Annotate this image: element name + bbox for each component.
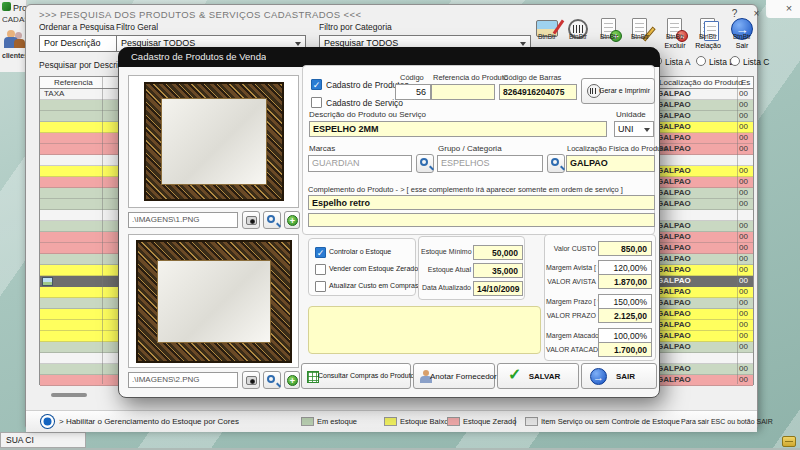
legend-label: Em estoque [317, 417, 357, 426]
zoom-image-button[interactable] [263, 211, 281, 229]
stock-field-value[interactable]: 50,000 [473, 245, 523, 260]
product-photo-2 [128, 234, 299, 368]
product-photo-1 [128, 75, 299, 208]
complemento-field-2[interactable] [308, 213, 655, 227]
column-referencia[interactable]: Referencia [54, 78, 93, 87]
radio-label: Lista C [743, 57, 769, 67]
stock-field-value[interactable]: 35,000 [473, 263, 523, 278]
stock-checkbox-2[interactable] [315, 281, 326, 292]
screen: Pro CADAS clientes SUA CI × >>> PESQUISA… [0, 0, 800, 450]
selected-row-image-icon [42, 277, 53, 286]
plus-icon: + [287, 215, 298, 226]
stock-field-label: Estoque Atual [421, 266, 471, 273]
price-value[interactable]: 850,00 [598, 241, 652, 256]
button-caption: BtnBtr [726, 33, 758, 40]
radio-icon [696, 56, 706, 66]
dialog-titlebar[interactable]: Cadastro de Produtos de Venda [118, 47, 660, 67]
marcas-field[interactable]: GUARDIAN [308, 155, 412, 172]
price-label: Margem Avista [ % ] [546, 264, 596, 271]
product-dialog: Cadastro de Produtos de Venda .\IMAGENS\… [118, 47, 660, 398]
anotar-fornecedor-button[interactable]: Anotar Fornecedor [413, 363, 495, 389]
chevron-down-icon [644, 128, 650, 132]
column-estoque[interactable]: Es [741, 78, 750, 87]
stock-field-value[interactable]: 14/10/2009 [473, 281, 523, 296]
localizacao-field[interactable]: GALPAO [566, 155, 655, 172]
price-value[interactable]: 2.125,00 [598, 308, 652, 323]
magnifier-icon [420, 158, 428, 166]
background-app-window: Pro CADAS clientes [0, 0, 27, 72]
price-label: Margem Prazo [ % ] [546, 298, 596, 305]
price-value[interactable]: 100,00% [598, 328, 652, 343]
stock-checkbox-label: Controlar o Estoque [329, 248, 391, 255]
order-filter-label: Ordenar a Pesquisa [39, 22, 115, 32]
clients-icon[interactable] [4, 30, 26, 50]
stock-field-label: Estoque Mínimo [421, 248, 471, 255]
horizontal-scrollbar-thumb[interactable] [51, 393, 87, 397]
referencia-label: Referencia do Produto [433, 73, 508, 82]
legend-swatch [384, 417, 397, 426]
descricao-field[interactable]: ESPELHO 2MM [309, 121, 607, 137]
sair-button[interactable]: →SAIR [581, 363, 657, 389]
stock-checkbox-0[interactable]: ✓ [315, 247, 326, 258]
cadastro-servico-checkbox[interactable] [311, 97, 322, 108]
column-localizacao[interactable]: Localização do Produto [659, 78, 743, 87]
mirror-frame-image [144, 82, 284, 201]
unidade-label: Unidade [616, 110, 646, 119]
legend-label: Item Serviço ou sem Controle de Estoque [541, 417, 680, 426]
codigo-label: Código [400, 73, 424, 82]
unidade-dropdown[interactable]: UNI [614, 121, 654, 137]
camera-button[interactable] [242, 211, 260, 229]
add-image-button[interactable]: + [284, 211, 300, 229]
zoom-image-button[interactable] [263, 371, 281, 389]
button-label: Relação [689, 42, 727, 49]
general-filter-label: Filtro Geral [116, 22, 158, 32]
notes-box[interactable] [308, 306, 541, 354]
gerar-imprimir-button[interactable]: Gerar e Imprimir [581, 78, 655, 104]
radio-icon [730, 56, 740, 66]
referencia-field[interactable] [431, 84, 495, 100]
price-label: VALOR ATACADO [546, 346, 596, 353]
radio-lista-c[interactable]: Lista C [730, 56, 774, 68]
exit-hint: Para sair ESC ou botão SAIR [681, 418, 773, 425]
cadastro-produtos-checkbox[interactable]: ✓ [311, 79, 322, 90]
complemento-field[interactable]: Espelho retro [308, 195, 655, 210]
add-image-button[interactable]: + [284, 371, 300, 389]
legend-label: Estoque Baixo [400, 417, 448, 426]
radio-label: Lista A [665, 57, 691, 67]
magnifier-icon [551, 158, 559, 166]
cadastro-servico-label: Cadastro de Serviço [326, 98, 403, 108]
camera-button[interactable] [242, 371, 260, 389]
stock-checkbox-label: Atualizar Custo em Compras [329, 282, 418, 289]
grupo-field[interactable]: ESPELHOS [437, 155, 543, 172]
price-value[interactable]: 150,00% [598, 294, 652, 309]
legend-separator: | [514, 416, 516, 426]
price-label: Margem Atacado [ % ] [546, 332, 596, 339]
price-label: VALOR AVISTA [546, 278, 596, 285]
image-path-field-2[interactable]: .\IMAGENS\2.PNG [128, 372, 238, 388]
complemento-label: Complemento do Produto - > [ esse comple… [308, 185, 623, 194]
legend-swatch [301, 417, 314, 426]
stock-checkbox-label: Vender com Estoque Zerado [329, 265, 418, 272]
barras-field[interactable]: 8264916204075 [499, 84, 577, 100]
localizacao-label: Localização Física do Produto [567, 144, 667, 153]
marcas-search-button[interactable] [416, 154, 434, 173]
price-label: Valor CUSTO [546, 245, 596, 252]
price-value[interactable]: 1.870,00 [598, 274, 652, 289]
dialog-title: Cadastro de Produtos de Venda [131, 51, 266, 62]
legend-swatch [525, 417, 538, 426]
consultar-compras-button[interactable]: Consultar Compras do Produto [301, 363, 411, 389]
chevron-down-icon [520, 42, 526, 46]
stock-checkbox-1[interactable] [315, 264, 326, 275]
price-value[interactable]: 120,00% [598, 260, 652, 275]
image-path-field-1[interactable]: .\IMAGENS\1.PNG [128, 212, 238, 228]
tray-files-icon[interactable] [782, 436, 796, 447]
button-caption: BtnBtr [624, 33, 656, 40]
codigo-field[interactable]: 56 [395, 84, 431, 100]
outer-close-icon[interactable]: × [781, 2, 797, 16]
salvar-button[interactable]: ✓SALVAR [497, 363, 579, 389]
grupo-search-button[interactable] [547, 154, 565, 173]
stock-colors-radio-icon[interactable] [41, 415, 54, 428]
mirror-frame-image [136, 240, 292, 363]
price-value[interactable]: 1.700,00 [598, 342, 652, 357]
column-divider [737, 77, 738, 384]
